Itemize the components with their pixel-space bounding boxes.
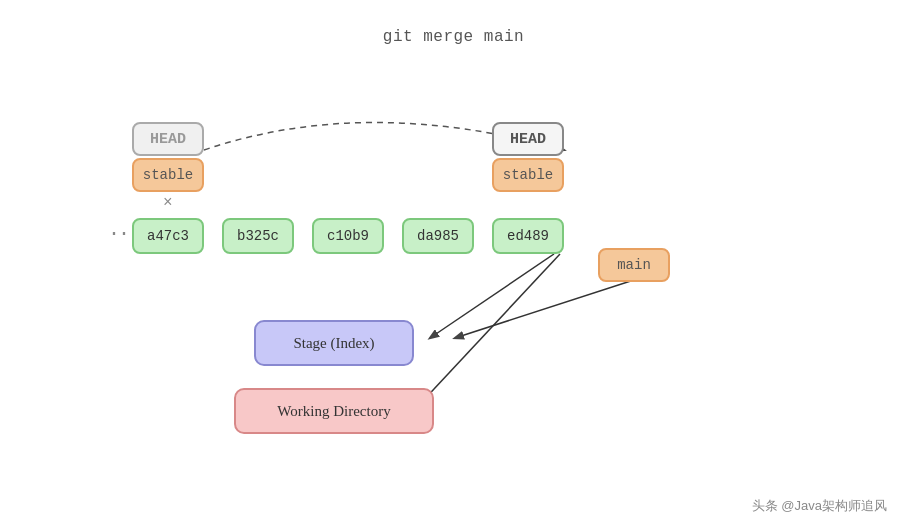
svg-line-5	[430, 254, 554, 338]
arrows-svg	[0, 0, 907, 529]
head-left-box: HEAD	[132, 122, 204, 156]
stage-index-box: Stage (Index)	[254, 320, 414, 366]
x-mark: ×	[163, 194, 173, 212]
svg-line-7	[455, 278, 640, 338]
commit-ed489: ed489	[492, 218, 564, 254]
branch-stable-left: stable	[132, 158, 204, 192]
watermark: 头条 @Java架构师追风	[752, 497, 887, 515]
head-right-label: HEAD	[510, 131, 546, 148]
diagram-container: git merge main ··· HEAD stable × HEAD st…	[0, 0, 907, 529]
branch-stable-right: stable	[492, 158, 564, 192]
working-directory-box: Working Directory	[234, 388, 434, 434]
commit-da985: da985	[402, 218, 474, 254]
commit-c10b9: c10b9	[312, 218, 384, 254]
commit-b325c: b325c	[222, 218, 294, 254]
commit-a47c3: a47c3	[132, 218, 204, 254]
svg-line-6	[420, 254, 560, 404]
branch-main: main	[598, 248, 670, 282]
diagram-title: git merge main	[383, 28, 524, 46]
head-right-box: HEAD	[492, 122, 564, 156]
